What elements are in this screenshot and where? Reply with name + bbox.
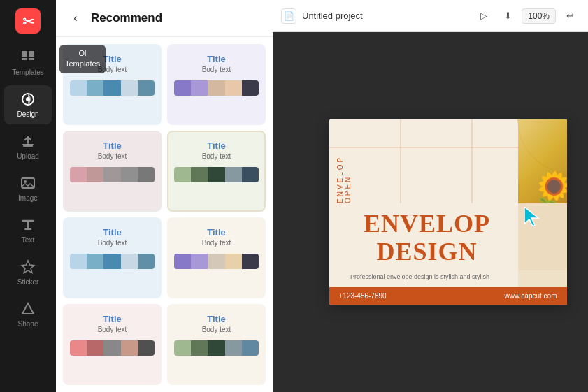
- sidebar-text-label: Text: [22, 236, 34, 245]
- svg-marker-11: [22, 261, 34, 273]
- color-swatch: [174, 254, 191, 269]
- card-body-5: Body text: [98, 239, 127, 247]
- color-swatch: [121, 340, 138, 356]
- envelop-title-line1: ENVELOP: [354, 210, 500, 238]
- color-swatch: [225, 254, 242, 269]
- envelop-phone: +123-456-7890: [339, 292, 387, 300]
- sidebar-item-image[interactable]: Image: [4, 169, 52, 208]
- color-strip-4: [174, 167, 259, 182]
- card-title-3: Title: [103, 140, 122, 151]
- panel-title: Recommend: [91, 11, 162, 25]
- sticker-icon: [20, 259, 36, 275]
- template-card-8[interactable]: TitleBody text: [167, 304, 266, 385]
- sidebar-shape-label: Shape: [18, 320, 38, 328]
- back-button[interactable]: ‹: [66, 8, 85, 28]
- color-swatch: [87, 167, 103, 182]
- sidebar-item-templates[interactable]: Templates: [4, 43, 52, 82]
- color-swatch: [191, 254, 208, 269]
- svg-rect-2: [22, 51, 27, 57]
- color-strip-5: [70, 254, 155, 269]
- color-swatch: [225, 80, 242, 96]
- color-swatch: [225, 340, 242, 356]
- color-swatch: [138, 80, 155, 96]
- svg-point-10: [24, 180, 27, 183]
- color-swatch: [70, 254, 87, 269]
- color-strip-6: [174, 254, 259, 269]
- project-icon: 📄: [281, 8, 296, 24]
- text-icon: [20, 217, 36, 233]
- card-body-2: Body text: [202, 66, 231, 73]
- template-card-4[interactable]: TitleBody text: [167, 131, 266, 212]
- sidebar-item-shape[interactable]: Shape: [4, 295, 52, 334]
- color-swatch: [225, 167, 242, 182]
- oi-templates-badge: Ol Templates: [59, 45, 106, 73]
- color-swatch: [208, 80, 224, 96]
- card-title-8: Title: [207, 314, 226, 324]
- card-body-7: Body text: [98, 326, 127, 333]
- card-title-7: Title: [103, 314, 122, 324]
- sidebar-item-design[interactable]: Design: [4, 85, 52, 124]
- card-title-4: Title: [207, 140, 226, 151]
- color-swatch: [191, 340, 208, 356]
- card-body-6: Body text: [202, 239, 231, 247]
- color-swatch: [174, 340, 191, 356]
- sidebar-item-sticker[interactable]: Sticker: [4, 253, 52, 292]
- sidebar: ✂ Templates Design: [0, 0, 56, 392]
- card-title-2: Title: [207, 54, 226, 64]
- svg-text:✂: ✂: [22, 14, 34, 29]
- shape-icon: [20, 300, 36, 317]
- vertical-text: ENVELOP OPEN: [336, 126, 352, 203]
- download-button[interactable]: ⬇: [498, 6, 517, 26]
- color-swatch: [242, 340, 259, 356]
- envelop-title-line2: DESIGN: [354, 238, 500, 266]
- template-card-7[interactable]: TitleBody text: [63, 304, 162, 385]
- topbar-actions: ▷ ⬇ 100% ↩: [474, 6, 580, 26]
- color-swatch: [174, 80, 191, 96]
- color-swatch: [121, 254, 138, 269]
- sidebar-item-text[interactable]: Text: [4, 211, 52, 250]
- card-title-5: Title: [103, 227, 122, 238]
- color-swatch: [70, 167, 87, 182]
- color-strip-7: [70, 340, 155, 356]
- sidebar-item-upload[interactable]: Upload: [4, 127, 52, 166]
- color-swatch: [191, 80, 208, 96]
- undo-button[interactable]: ↩: [560, 6, 580, 26]
- panel-header: ‹ Recommend: [56, 0, 273, 37]
- canvas-viewport[interactable]: ▣ Backgr... ✕ Remove: [273, 32, 588, 392]
- svg-rect-8: [23, 145, 33, 147]
- template-card-5[interactable]: TitleBody text: [63, 217, 162, 298]
- color-swatch: [103, 80, 120, 96]
- template-card-6[interactable]: TitleBody text: [167, 217, 266, 298]
- envelop-bottom-bar: +123-456-7890 www.capcut.com: [329, 287, 567, 305]
- sidebar-sticker-label: Sticker: [17, 278, 39, 286]
- color-swatch: [87, 254, 103, 269]
- zoom-level[interactable]: 100%: [522, 8, 556, 24]
- sidebar-design-label: Design: [17, 110, 38, 119]
- color-swatch: [87, 80, 103, 96]
- color-swatch: [138, 167, 155, 182]
- play-button[interactable]: ▷: [474, 6, 494, 26]
- card-title-1: Title: [103, 54, 122, 64]
- template-card-2[interactable]: TitleBody text: [167, 44, 266, 125]
- color-swatch: [121, 80, 138, 96]
- svg-point-7: [26, 97, 30, 101]
- canvas-design: ENVELOP OPEN 🌻 ENVELOP DESIGN Profession…: [329, 119, 567, 304]
- color-swatch: [242, 254, 259, 269]
- color-swatch: [191, 167, 208, 182]
- color-swatch: [174, 167, 191, 182]
- color-swatch: [70, 80, 87, 96]
- card-body-8: Body text: [202, 326, 231, 333]
- template-grid: TitleBody textTitleBody textTitleBody te…: [56, 37, 273, 392]
- card-body-4: Body text: [202, 152, 231, 160]
- envelop-website: www.capcut.com: [504, 292, 557, 300]
- color-swatch: [87, 340, 103, 356]
- oi-templates-line2: Templates: [65, 59, 100, 69]
- color-swatch: [208, 340, 224, 356]
- template-card-3[interactable]: TitleBody text: [63, 131, 162, 212]
- svg-rect-5: [29, 58, 34, 60]
- card-title-6: Title: [207, 227, 226, 238]
- color-swatch: [242, 80, 259, 96]
- color-swatch: [103, 340, 120, 356]
- color-swatch: [208, 167, 224, 182]
- svg-rect-3: [29, 51, 34, 57]
